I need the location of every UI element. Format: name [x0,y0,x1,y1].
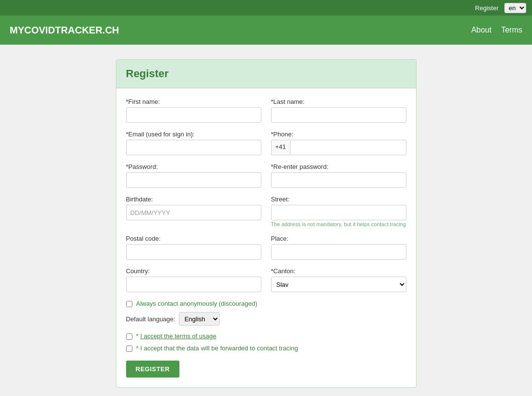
place-group: Place: [271,235,406,260]
nav-links: About Terms [471,26,522,34]
address-note: The address is not mandatory, but it hel… [271,221,406,227]
register-body: *First name: *Last name: *Email (used fo… [116,88,416,387]
name-row: *First name: *Last name: [126,98,406,123]
reenter-password-group: *Re-enter password: [271,163,406,188]
postal-code-label: Postal code: [126,235,261,242]
email-group: *Email (used for sign in): [126,131,261,155]
password-group: *Password: [126,163,261,188]
terms-label[interactable]: * I accept the terms of usage [136,332,216,340]
place-label: Place: [271,235,406,242]
register-header: Register [116,60,416,88]
data-forward-label[interactable]: * I accept that the data will be forward… [136,345,298,352]
birthdate-group: Birthdate: [126,196,261,227]
register-button[interactable]: REGISTER [126,361,179,378]
nav-terms-link[interactable]: Terms [501,26,522,34]
password-label: *Password: [126,163,261,170]
birthdate-input[interactable] [126,205,261,220]
phone-label: *Phone: [271,131,406,138]
street-group: Street: The address is not mandatory, bu… [271,196,406,227]
language-select-topbar[interactable]: en de fr it [504,3,526,13]
last-name-input[interactable] [271,107,406,123]
last-name-group: *Last name: [271,98,406,123]
register-card: Register *First name: *Last name: *Email… [116,59,417,388]
password-row: *Password: *Re-enter password: [126,163,406,188]
postal-code-input[interactable] [126,244,261,260]
last-name-label: *Last name: [271,98,406,105]
first-name-label: *First name: [126,98,261,105]
main-content: Register *First name: *Last name: *Email… [0,45,532,396]
navbar: MYCOVIDTRACKER.CH About Terms [0,16,532,45]
postal-place-row: Postal code: Place: [126,235,406,260]
topbar-register-link[interactable]: Register [475,4,499,12]
data-forward-checkbox[interactable] [126,346,132,352]
terms-checkbox-row: * I accept the terms of usage [126,332,406,340]
country-group: Country: [126,267,261,292]
data-forward-checkbox-row: * I accept that the data will be forward… [126,345,406,352]
terms-checkbox[interactable] [126,333,132,340]
phone-input-wrapper: +41 [271,140,406,155]
email-phone-row: *Email (used for sign in): *Phone: +41 [126,131,406,155]
canton-label: *Canton: [271,267,406,275]
canton-select[interactable]: Slav AG BE GE ZH [271,277,406,292]
terms-link[interactable]: I accept the terms of usage [140,332,216,340]
place-input[interactable] [271,244,406,260]
street-label: Street: [271,196,406,203]
register-title: Register [126,67,406,80]
birthdate-street-row: Birthdate: Street: The address is not ma… [126,196,406,227]
first-name-group: *First name: [126,98,261,123]
canton-group: *Canton: Slav AG BE GE ZH [271,267,406,292]
first-name-input[interactable] [126,107,261,123]
top-bar: Register en de fr it [0,0,532,16]
reenter-password-input[interactable] [271,172,406,188]
phone-input[interactable] [290,140,406,155]
email-input[interactable] [126,140,261,155]
nav-about-link[interactable]: About [471,26,492,34]
street-input[interactable] [271,205,406,220]
postal-code-group: Postal code: [126,235,261,260]
anonymous-label[interactable]: Always contact anonymously (discouraged) [136,300,258,307]
reenter-password-label: *Re-enter password: [271,163,406,170]
site-logo[interactable]: MYCOVIDTRACKER.CH [10,25,119,36]
default-language-label: Default language: [126,315,176,323]
birthdate-label: Birthdate: [126,196,261,203]
email-label: *Email (used for sign in): [126,131,261,138]
phone-prefix: +41 [271,140,290,155]
country-input[interactable] [126,277,261,292]
language-select[interactable]: English Deutsch Français Italiano [179,312,220,326]
anonymous-checkbox-row: Always contact anonymously (discouraged) [126,300,406,307]
password-input[interactable] [126,172,261,188]
country-label: Country: [126,267,261,275]
country-canton-row: Country: *Canton: Slav AG BE GE ZH [126,267,406,292]
anonymous-checkbox[interactable] [126,301,132,307]
phone-group: *Phone: +41 [271,131,406,155]
language-row: Default language: English Deutsch França… [126,312,406,326]
